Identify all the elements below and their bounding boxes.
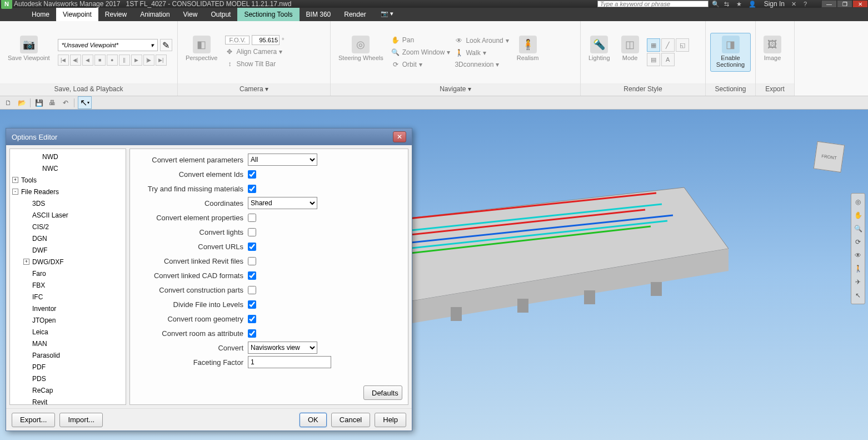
tree-node-file-readers[interactable]: -File Readers <box>10 186 126 198</box>
expander-icon[interactable]: - <box>12 189 18 195</box>
tree-node-jtopen[interactable]: JTOpen <box>10 315 126 327</box>
realism-button[interactable]: 🧍 Realism <box>513 33 542 71</box>
tab-viewpoint[interactable]: Viewpoint <box>56 8 98 21</box>
tab-bim-360[interactable]: BIM 360 <box>300 8 338 21</box>
style-3-button[interactable]: ◱ <box>676 38 689 52</box>
export-button[interactable]: Export... <box>12 413 55 427</box>
convert-props-checkbox[interactable] <box>248 214 256 222</box>
stop-button[interactable]: ■ <box>94 55 106 66</box>
select-tool[interactable]: ↖▾ <box>78 96 92 109</box>
perspective-button[interactable]: ◧ Perspective <box>182 33 221 71</box>
expander-icon[interactable]: + <box>12 177 18 183</box>
missing-materials-checkbox[interactable] <box>248 185 256 193</box>
construction-parts-checkbox[interactable] <box>248 286 256 294</box>
step-back-button[interactable]: ◀| <box>70 55 81 66</box>
expander-icon[interactable]: + <box>23 259 29 265</box>
tree-node-inventor[interactable]: Inventor <box>10 303 126 315</box>
tree-node-revit[interactable]: Revit <box>10 397 126 405</box>
nav-pan-icon[interactable]: ✋ <box>851 209 865 222</box>
style-1-button[interactable]: ▦ <box>647 38 660 52</box>
orbit-button[interactable]: ⟳Orbit ▾ <box>391 59 451 70</box>
save-viewpoint-button[interactable]: 📷 Save Viewpoint <box>4 33 53 71</box>
tree-node-ifc[interactable]: IFC <box>10 291 126 303</box>
tree-node-nwc[interactable]: NWC <box>10 163 126 175</box>
tree-node-man[interactable]: MAN <box>10 338 126 350</box>
steering-wheels-button[interactable]: ◎ Steering Wheels <box>335 33 387 71</box>
play-back-button[interactable]: ◀ <box>82 55 93 66</box>
viewpoint-edit-button[interactable]: ✎ <box>160 39 172 51</box>
pause-button[interactable]: || <box>119 55 130 66</box>
tree-node-dgn[interactable]: DGN <box>10 233 126 245</box>
tilt-bar-button[interactable]: ↕Show Tilt Bar <box>225 58 284 70</box>
nav-fly-icon[interactable]: ✈ <box>851 275 865 289</box>
tab-sectioning-tools[interactable]: Sectioning Tools <box>237 8 299 21</box>
tree-node-recap[interactable]: ReCap <box>10 385 126 397</box>
tree-node-ascii-laser[interactable]: ASCII Laser <box>10 210 126 221</box>
cancel-button[interactable]: Cancel <box>331 413 370 427</box>
pan-button[interactable]: ✋Pan <box>391 34 451 46</box>
open-icon[interactable]: 📂 <box>17 98 27 108</box>
tree-node-pdf[interactable]: PDF <box>10 362 126 373</box>
tab-animation[interactable]: Animation <box>133 8 176 21</box>
faceting-factor-input[interactable] <box>248 356 331 368</box>
nav-orbit-icon[interactable]: ⟳ <box>851 235 865 249</box>
defaults-button[interactable]: Defaults <box>363 385 402 400</box>
zoom-button[interactable]: 🔍Zoom Window ▾ <box>391 47 451 58</box>
import-button[interactable]: Import... <box>59 413 103 427</box>
nav-select-icon[interactable]: ↖ <box>851 289 865 302</box>
new-icon[interactable]: 🗋 <box>3 98 13 108</box>
star-icon[interactable]: ★ <box>736 1 745 7</box>
linked-cad-checkbox[interactable] <box>248 271 256 280</box>
tree-node-tools[interactable]: +Tools <box>10 175 126 186</box>
print-icon[interactable]: 🖶 <box>47 98 57 108</box>
tree-node-pds[interactable]: PDS <box>10 373 126 385</box>
ffwd-button[interactable]: ▶| <box>156 55 167 66</box>
tab-output[interactable]: Output <box>204 8 237 21</box>
convert-select[interactable]: Navisworks view <box>248 342 317 354</box>
ok-button[interactable]: OK <box>300 413 327 427</box>
maximize-button[interactable]: ❐ <box>837 0 852 8</box>
linked-revit-checkbox[interactable] <box>248 257 256 265</box>
tree-node-fbx[interactable]: FBX <box>10 280 126 291</box>
enable-sectioning-button[interactable]: ◨ Enable Sectioning <box>710 33 751 72</box>
convert-urls-checkbox[interactable] <box>248 243 256 251</box>
convert-params-select[interactable]: All <box>248 154 317 166</box>
dialog-close-button[interactable]: ✕ <box>393 131 406 142</box>
tree-node-faro[interactable]: Faro <box>10 268 126 280</box>
style-4-button[interactable]: ▤ <box>647 53 660 66</box>
nav-look-icon[interactable]: 👁 <box>851 249 865 262</box>
tree-node-dwg-dxf[interactable]: +DWG/DXF <box>10 256 126 268</box>
style-2-button[interactable]: ╱ <box>661 38 675 52</box>
divide-levels-checkbox[interactable] <box>248 300 256 309</box>
minimize-button[interactable]: — <box>821 0 837 8</box>
align-camera-button[interactable]: ✥Align Camera ▾ <box>225 46 284 57</box>
step-fwd-button[interactable]: |▶ <box>143 55 154 66</box>
tree-node-nwd[interactable]: NWD <box>10 151 126 163</box>
comm-icon[interactable]: ⇆ <box>724 1 733 7</box>
convert-lights-checkbox[interactable] <box>248 228 256 236</box>
tab-review[interactable]: Review <box>98 8 133 21</box>
mode-button[interactable]: ◫ Mode <box>618 33 642 71</box>
view-cube[interactable]: FRONT <box>810 137 849 176</box>
tree-node-parasolid[interactable]: Parasolid <box>10 350 126 362</box>
user-icon[interactable]: 👤 <box>749 1 757 7</box>
exchange-icon[interactable]: ✕ <box>791 1 800 7</box>
tree-node-dwf[interactable]: DWF <box>10 245 126 256</box>
3dconnexion-button[interactable]: 3Dconnexion ▾ <box>455 60 508 70</box>
fov-input[interactable] <box>252 35 280 45</box>
search-input[interactable] <box>597 1 709 7</box>
undo-icon[interactable]: ↶ <box>61 98 71 108</box>
help-button[interactable]: Help <box>375 413 406 427</box>
options-tree[interactable]: NWDNWC+Tools-File Readers3DSASCII LaserC… <box>9 149 126 405</box>
tree-node-3ds[interactable]: 3DS <box>10 198 126 210</box>
save-icon[interactable]: 💾 <box>34 98 44 108</box>
search-icon[interactable]: 🔍 <box>712 1 721 7</box>
play-button[interactable]: ▶ <box>131 55 142 66</box>
dialog-titlebar[interactable]: Options Editor ✕ <box>6 128 412 145</box>
record-button[interactable]: ● <box>107 55 118 66</box>
walk-button[interactable]: 🚶Walk ▾ <box>455 47 508 58</box>
look-around-button[interactable]: 👁Look Around ▾ <box>455 35 508 46</box>
coordinates-select[interactable]: Shared <box>248 197 317 209</box>
style-5-button[interactable]: A <box>661 53 675 66</box>
viewpoint-dropdown[interactable]: *Unsaved Viewpoint*▾ <box>58 39 158 51</box>
